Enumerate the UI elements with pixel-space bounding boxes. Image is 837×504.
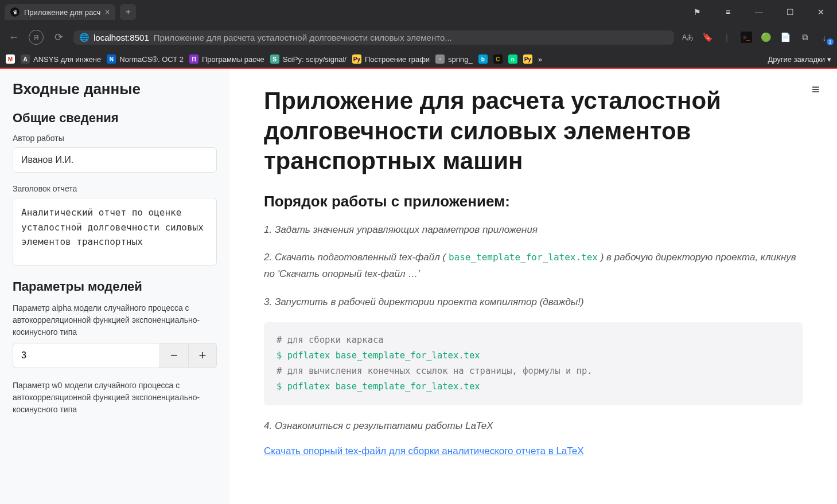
code-comment-1: # для сборки каркаса bbox=[277, 333, 790, 348]
app: Входные данные Общие сведения Автор рабо… bbox=[0, 69, 837, 504]
sidebar-title: Входные данные bbox=[13, 80, 217, 98]
step-1: 1. Задать значения управляющих параметро… bbox=[264, 222, 803, 239]
maximize-button[interactable]: ☐ bbox=[778, 7, 801, 17]
url-box[interactable]: 🌐 localhost:8501 Приложение для расчета … bbox=[73, 30, 674, 45]
page-title: Приложение для расчета усталостной долго… bbox=[264, 86, 734, 177]
extensions-icon[interactable]: ⧉ bbox=[799, 32, 811, 43]
tab-title: Приложение для расч bbox=[24, 8, 100, 17]
close-window-button[interactable]: ✕ bbox=[809, 7, 832, 17]
tab-strip: ♛ Приложение для расч × + ⚑ ≡ — ☐ ✕ bbox=[0, 0, 837, 24]
code-line-2: $ pdflatex base_template_for_latex.tex bbox=[277, 379, 790, 394]
back-button[interactable]: ← bbox=[7, 32, 21, 44]
report-title-textarea[interactable] bbox=[13, 198, 217, 265]
w0-field-block: Параметр w0 модели случайного процесса с… bbox=[13, 380, 217, 416]
other-bookmarks[interactable]: Другие закладки ▾ bbox=[768, 55, 831, 64]
bookmark-page-icon[interactable]: 🔖 bbox=[702, 32, 713, 43]
yandex-button[interactable]: Я bbox=[29, 30, 44, 45]
browser-tab[interactable]: ♛ Приложение для расч × bbox=[5, 4, 115, 20]
section-models: Параметры моделей bbox=[13, 279, 217, 294]
code-comment-2: # для вычисления конечных ссылок на стра… bbox=[277, 364, 790, 379]
author-field-block: Автор работы bbox=[13, 134, 217, 173]
alpha-increment-button[interactable]: + bbox=[188, 343, 217, 368]
bookmark-normacs[interactable]: NNormaCS®. ОСТ 2 bbox=[107, 54, 184, 64]
step-2: 2. Скачать подготовленный tex-файл ( bas… bbox=[264, 249, 803, 283]
bookmark-scipy[interactable]: SSciPy: scipy/signal/ bbox=[270, 54, 347, 64]
url-page-title: Приложение для расчета усталостной долго… bbox=[154, 33, 452, 42]
download-tex-link[interactable]: Скачать опорный tex-файл для сборки анал… bbox=[264, 446, 584, 456]
bookmark-overflow[interactable]: » bbox=[538, 55, 542, 64]
url-host: localhost:8501 bbox=[94, 33, 149, 42]
alpha-field-block: Параметр alpha модели случайного процесс… bbox=[13, 302, 217, 368]
report-title-block: Заголовок отчета bbox=[13, 184, 217, 268]
w0-label: Параметр w0 модели случайного процесса с… bbox=[13, 380, 217, 416]
address-bar-icons: Aあ 🔖 | >_ 🟢 📄 ⧉ ↓ bbox=[682, 32, 830, 43]
bookmark-ansys[interactable]: AANSYS для инжене bbox=[21, 54, 101, 64]
bookmark-spring[interactable]: ·spring_ bbox=[435, 54, 473, 64]
bookmark-c[interactable]: C bbox=[493, 54, 503, 64]
code-line-1: $ pdflatex base_template_for_latex.tex bbox=[277, 348, 790, 364]
window-controls: ⚑ ≡ — ☐ ✕ bbox=[686, 7, 832, 17]
alpha-label: Параметр alpha модели случайного процесс… bbox=[13, 302, 217, 338]
section-general: Общие сведения bbox=[13, 111, 217, 126]
minimize-button[interactable]: — bbox=[748, 7, 770, 17]
report-title-label: Заголовок отчета bbox=[13, 184, 217, 193]
terminal-icon[interactable]: >_ bbox=[741, 32, 752, 43]
reload-button[interactable]: ⟳ bbox=[52, 31, 65, 44]
divider: | bbox=[721, 32, 733, 43]
browser-chrome: ♛ Приложение для расч × + ⚑ ≡ — ☐ ✕ ← Я … bbox=[0, 0, 837, 69]
alpha-decrement-button[interactable]: − bbox=[159, 343, 188, 368]
bookmark-n[interactable]: n bbox=[508, 54, 517, 64]
author-input[interactable] bbox=[13, 147, 217, 173]
bookmark-plot[interactable]: PyПостроение графи bbox=[352, 54, 430, 64]
menu-icon[interactable]: ≡ bbox=[717, 7, 739, 17]
step-4: 4. Ознакомиться с результатами работы La… bbox=[264, 418, 803, 435]
bookmark-b[interactable]: b bbox=[478, 54, 488, 64]
workflow-subtitle: Порядок работы с приложением: bbox=[264, 193, 803, 210]
sidebar: Входные данные Общие сведения Автор рабо… bbox=[0, 69, 229, 504]
alpha-input[interactable] bbox=[13, 343, 159, 368]
downloads-icon[interactable]: ↓ bbox=[819, 32, 830, 43]
step-2-pre: 2. Скачать подготовленный tex-файл ( bbox=[264, 252, 449, 263]
note-icon[interactable]: 📄 bbox=[780, 32, 791, 43]
author-label: Автор работы bbox=[13, 134, 217, 143]
bookmark-programs[interactable]: ППрограммы расче bbox=[189, 54, 264, 64]
tab-favicon-icon: ♛ bbox=[10, 7, 20, 17]
step-2-code: base_template_for_latex.tex bbox=[449, 252, 598, 263]
code-block: # для сборки каркаса $ pdflatex base_tem… bbox=[264, 322, 803, 405]
bookmark-py[interactable]: Py bbox=[523, 54, 532, 64]
globe-icon: 🌐 bbox=[79, 33, 89, 42]
close-icon[interactable]: × bbox=[105, 7, 110, 17]
bookmark-gmail[interactable]: M bbox=[6, 54, 15, 64]
alpha-stepper: − + bbox=[13, 343, 217, 368]
bookmark-bar: M AANSYS для инжене NNormaCS®. ОСТ 2 ППр… bbox=[0, 50, 837, 69]
translate-icon[interactable]: Aあ bbox=[682, 32, 694, 43]
main-content: ≡ Приложение для расчета усталостной дол… bbox=[229, 69, 837, 504]
bookmark-icon[interactable]: ⚑ bbox=[686, 7, 708, 17]
step-3: 3. Запустить в рабочей директории проект… bbox=[264, 294, 803, 311]
evernote-icon[interactable]: 🟢 bbox=[760, 32, 772, 43]
new-tab-button[interactable]: + bbox=[120, 4, 136, 20]
hamburger-menu-icon[interactable]: ≡ bbox=[812, 81, 820, 97]
address-bar: ← Я ⟳ 🌐 localhost:8501 Приложение для ра… bbox=[0, 24, 837, 50]
